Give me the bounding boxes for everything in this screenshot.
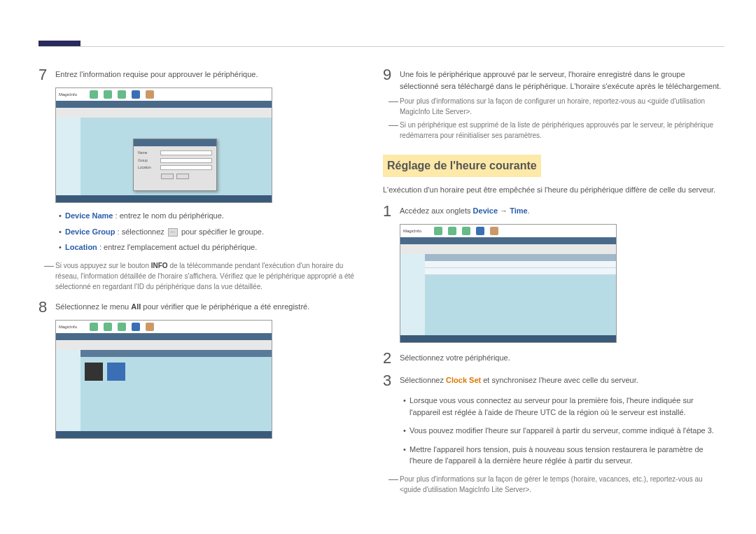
app-brand: MagicInfo <box>59 92 77 98</box>
screenshot-approve-device: MagicInfo Name Group Location <box>55 87 272 203</box>
step-text: Une fois le périphérique approuvé par le… <box>400 66 724 92</box>
header-divider <box>38 46 724 47</box>
bullet-location: • Location : entrez l'emplacement actuel… <box>55 241 368 253</box>
screenshot-all-menu: MagicInfo <box>55 320 272 439</box>
step-number: 8 <box>38 299 55 316</box>
step-3-time: 3 Sélectionnez Clock Set et synchronisez… <box>383 372 724 389</box>
step-2-time: 2 Sélectionnez votre périphérique. <box>383 350 724 367</box>
approve-dialog: Name Group Location <box>133 139 217 191</box>
step-text: Accédez aux onglets Device → Time. <box>400 203 724 220</box>
note-step7: ― Si vous appuyez sur le bouton INFO de … <box>38 260 368 292</box>
step-number: 7 <box>38 66 55 83</box>
step-1-time: 1 Accédez aux onglets Device → Time. <box>383 203 724 220</box>
left-column: 7 Entrez l'information requise pour appr… <box>38 66 368 439</box>
right-column: 9 Une fois le périphérique approuvé par … <box>383 66 724 502</box>
bullet-utc: •Lorsque vous vous connectez au serveur … <box>400 395 724 418</box>
note-9a: ― Pour plus d'informations sur la façon … <box>383 96 724 117</box>
step-7: 7 Entrez l'information requise pour appr… <box>38 66 368 83</box>
group-selector-icon: ⋯ <box>168 228 178 237</box>
step-text: Entrez l'information requise pour approu… <box>55 66 368 83</box>
app-brand: MagicInfo <box>59 324 77 330</box>
note-9b: ― Si un périphérique est supprimé de la … <box>383 120 724 141</box>
bullet-device-name: • Device Name : entrez le nom du périphé… <box>55 210 368 222</box>
note-end: ― Pour plus d'informations sur la façon … <box>383 474 724 495</box>
step-number: 2 <box>383 350 400 367</box>
bullet-modify-time: •Vous pouvez modifier l'heure sur l'appa… <box>400 425 724 437</box>
header-accent-bar <box>38 41 80 46</box>
bullets-step7: • Device Name : entrez le nom du périphé… <box>55 210 368 253</box>
step-8: 8 Sélectionnez le menu All pour vérifier… <box>38 299 368 316</box>
app-brand: MagicInfo <box>403 228 421 234</box>
bullets-step3: •Lorsque vous vous connectez au serveur … <box>400 395 724 467</box>
step-text: Sélectionnez le menu All pour vérifier q… <box>55 299 368 316</box>
step-text: Sélectionnez Clock Set et synchronisez l… <box>400 372 724 389</box>
step-number: 3 <box>383 372 400 389</box>
section-heading-time: Réglage de l'heure courante <box>383 155 541 177</box>
section-intro: L'exécution d'un horaire peut être empêc… <box>383 184 724 196</box>
bullet-power-cycle: •Mettre l'appareil hors tension, puis à … <box>400 444 724 467</box>
step-9: 9 Une fois le périphérique approuvé par … <box>383 66 724 92</box>
step-number: 9 <box>383 66 400 92</box>
step-number: 1 <box>383 203 400 220</box>
step-text: Sélectionnez votre périphérique. <box>400 350 724 367</box>
bullet-device-group: • Device Group : sélectionnez ⋯ pour spé… <box>55 226 368 238</box>
screenshot-device-time: MagicInfo <box>400 224 617 343</box>
